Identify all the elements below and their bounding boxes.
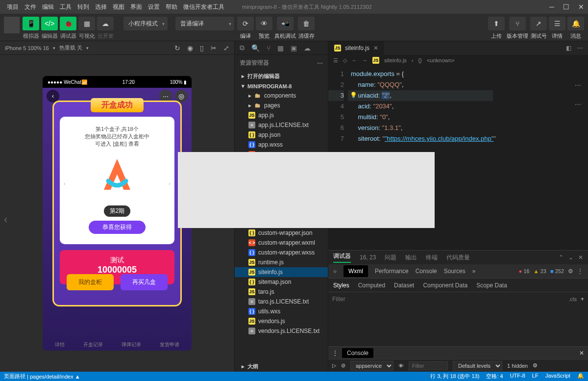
menu-工具[interactable]: 工具	[57, 3, 74, 11]
level-select[interactable]: Default levels	[453, 361, 502, 371]
notif-icon[interactable]: 🔔	[577, 373, 584, 380]
toolbar-消息[interactable]: 🔔	[567, 17, 584, 30]
phone-tab[interactable]: 弹弹记录	[122, 341, 141, 348]
dt-tab-调试器[interactable]: 调试器	[333, 252, 351, 263]
toolbar-上传[interactable]: ⬆	[488, 17, 505, 30]
file-components[interactable]: ▸🖿components	[235, 91, 328, 101]
file-siteinfo.js[interactable]: JSsiteinfo.js	[235, 267, 328, 277]
info-count[interactable]: 252	[550, 268, 564, 274]
dt-tab-终端[interactable]: 终端	[426, 254, 438, 262]
close-icon[interactable]: ✕	[578, 3, 584, 11]
file-app.js.LICENSE.txt[interactable]: ≡app.js.LICENSE.txt	[235, 120, 328, 130]
gear-icon[interactable]: ⚙	[568, 268, 573, 275]
my-box-button[interactable]: 我的盒柜	[67, 274, 114, 290]
dt-tab-输出[interactable]: 输出	[405, 254, 417, 262]
list-icon[interactable]: ☰	[333, 57, 338, 64]
ext-icon[interactable]: ▦	[277, 44, 284, 52]
maximize-icon[interactable]: ☐	[563, 3, 569, 11]
style-tab-Component Data[interactable]: Component Data	[423, 282, 467, 289]
file-app.js[interactable]: JSapp.js	[235, 110, 328, 120]
menu-界面[interactable]: 界面	[127, 3, 145, 11]
eol-info[interactable]: LF	[532, 373, 539, 380]
file-custom-wrapper.wxml[interactable]: < >custom-wrapper.wxml	[235, 238, 328, 248]
nav-fwd-icon[interactable]: →	[362, 57, 368, 63]
tab-wxml[interactable]: Wxml	[343, 265, 368, 277]
dt-tab-代码质量[interactable]: 代码质量	[446, 254, 470, 262]
toolbar-可视化[interactable]: ▦	[78, 17, 95, 30]
close-icon[interactable]: ✕	[578, 254, 583, 261]
cut-icon[interactable]: ✂	[211, 44, 217, 52]
scope-select[interactable]: appservice	[350, 361, 393, 371]
play-icon[interactable]: ▷	[332, 362, 336, 369]
chevron-down-icon[interactable]: ⌄	[568, 254, 573, 261]
chevron-right-icon[interactable]: ›	[169, 180, 171, 186]
buy-more-button[interactable]: 再买几盒	[121, 274, 168, 290]
hidden-count[interactable]: 1 hidden	[507, 363, 528, 369]
cloud-icon[interactable]: ☁	[304, 44, 311, 52]
expand-icon[interactable]: ⤢	[223, 44, 229, 52]
lightbulb-icon[interactable]: 💡	[350, 92, 357, 99]
toolbar-模拟器[interactable]: 📱	[23, 17, 39, 30]
menu-转到[interactable]: 转到	[74, 3, 92, 11]
gear-icon[interactable]: ⚙	[533, 362, 538, 369]
more-icon[interactable]: ⋯	[577, 45, 583, 51]
console-close-icon[interactable]: ✕	[579, 350, 584, 356]
toolbar-调试器[interactable]: 🐞	[60, 17, 76, 30]
cursor-pos[interactable]: 行 3, 列 18 (选中 13)	[430, 373, 479, 380]
toolbar-云开发[interactable]: ☁	[97, 17, 114, 30]
menu-编辑[interactable]: 编辑	[39, 3, 57, 11]
phone-tab[interactable]: 发货申请	[160, 341, 179, 348]
phone-tab[interactable]: 开盒记录	[83, 341, 103, 348]
phone-tab[interactable]: 详情	[55, 341, 65, 348]
toolbar-编辑器[interactable]: </>	[41, 17, 58, 30]
mode-dropdown[interactable]: 小程序模式	[123, 17, 168, 30]
toolbar-真机调试[interactable]: 📲	[277, 17, 294, 30]
warn-count[interactable]: 23	[534, 268, 546, 274]
menu-项目[interactable]: 项目	[4, 3, 22, 11]
toolbar-测试号[interactable]: ↗	[530, 17, 547, 30]
tab-sources[interactable]: Sources	[444, 268, 466, 275]
menu-微信开发者工具[interactable]: 微信开发者工具	[180, 3, 227, 11]
phone-icon[interactable]: ▯	[200, 44, 204, 52]
chevron-up-icon[interactable]: ⌃	[559, 254, 564, 261]
more-icon[interactable]: ⋯	[317, 60, 323, 67]
console-filter-input[interactable]	[409, 361, 448, 370]
file-utils.wxs[interactable]: { }utils.wxs	[235, 306, 328, 316]
file-vendors.js.LICENSE.txt[interactable]: ≡vendors.js.LICENSE.txt	[235, 326, 328, 336]
error-count[interactable]: 16	[519, 268, 530, 274]
file-sitemap.json[interactable]: { }sitemap.json	[235, 277, 328, 287]
file-app.json[interactable]: { }app.json	[235, 130, 328, 140]
file-pages[interactable]: ▸🖿pages	[235, 101, 328, 110]
style-tab-Computed[interactable]: Computed	[358, 282, 385, 289]
style-tab-Dataset[interactable]: Dataset	[394, 282, 414, 289]
refresh-icon[interactable]: ↻	[174, 44, 180, 52]
file-vendors.js[interactable]: JSvendors.js	[235, 316, 328, 326]
file-custom-wrapper.json[interactable]: { }custom-wrapper.json	[235, 228, 328, 238]
encoding-info[interactable]: UTF-8	[510, 373, 525, 380]
file-custom-wrapper.wxss[interactable]: { }custom-wrapper.wxss	[235, 248, 328, 257]
lang-info[interactable]: JavaScript	[545, 373, 570, 380]
file-app.wxss[interactable]: { }app.wxss	[235, 140, 328, 150]
bookmark-icon[interactable]: ◇	[343, 57, 347, 64]
prev-page-icon[interactable]: ‹	[4, 213, 7, 226]
git-icon[interactable]: ⑂	[267, 44, 270, 52]
minimize-icon[interactable]: ─	[549, 3, 554, 11]
box-icon[interactable]: ▣	[291, 44, 297, 52]
avatar[interactable]	[4, 17, 20, 33]
search-icon[interactable]: 🔍	[251, 44, 260, 52]
hot-reload-toggle[interactable]: 热重载 关	[59, 44, 82, 51]
toolbar-详情[interactable]: ☰	[549, 17, 565, 30]
tab-close-icon[interactable]: ✕	[373, 45, 378, 51]
dt-tab-16, 23[interactable]: 16, 23	[360, 254, 376, 261]
file-taro.js[interactable]: JStaro.js	[235, 287, 328, 297]
style-tab-Styles[interactable]: Styles	[333, 282, 349, 289]
add-style-icon[interactable]: +	[581, 296, 584, 303]
record-icon[interactable]: ◉	[187, 44, 193, 52]
file-runtime.js[interactable]: JSruntime.js	[235, 257, 328, 267]
toolbar-预览[interactable]: 👁	[256, 17, 272, 30]
console-menu-icon[interactable]: ⋮	[332, 350, 338, 356]
files-icon[interactable]: ⧉	[240, 44, 245, 52]
tab-console[interactable]: Console	[416, 268, 437, 275]
more-tabs-icon[interactable]: »	[472, 268, 476, 275]
project-root[interactable]: ▾ MINIPROGRAM-8	[235, 81, 328, 91]
